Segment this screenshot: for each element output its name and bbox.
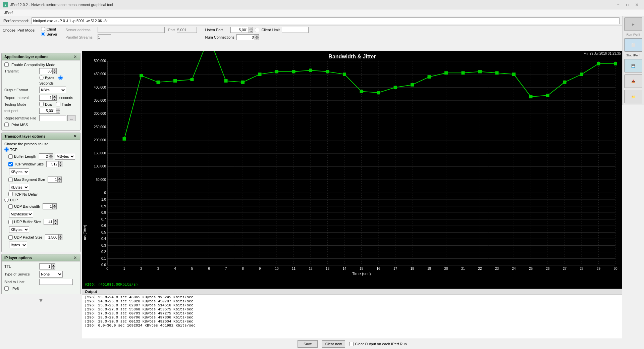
close-button[interactable]: ✕ bbox=[633, 1, 641, 8]
tcp-window-down[interactable]: ▼ bbox=[58, 164, 62, 167]
buffer-length-checkbox[interactable] bbox=[8, 154, 13, 159]
max-segment-up[interactable]: ▲ bbox=[58, 177, 62, 180]
test-port-down[interactable]: ▼ bbox=[56, 111, 60, 114]
tcp-window-unit[interactable]: KBytes bbox=[9, 168, 29, 175]
bytes-radio[interactable] bbox=[39, 76, 44, 80]
save-output-button[interactable]: Save bbox=[298, 340, 318, 348]
listen-port-spinner[interactable]: ▲ ▼ bbox=[249, 27, 253, 33]
buffer-length-input[interactable] bbox=[39, 153, 49, 159]
udp-radio[interactable] bbox=[4, 198, 9, 202]
num-connections-down[interactable]: ▼ bbox=[255, 37, 259, 40]
stop-button[interactable]: ⬜ bbox=[624, 38, 642, 52]
save-toolbar-button[interactable]: 💾 bbox=[624, 59, 642, 72]
transport-layer-body: Choose the protocol to use TCP Buffer Le… bbox=[2, 140, 80, 252]
clear-now-button[interactable]: Clear now bbox=[322, 340, 345, 348]
num-connections-up[interactable]: ▲ bbox=[255, 34, 259, 37]
output-text[interactable]: [296] 23.0-24.0 sec 46065 KBytes 395295 … bbox=[82, 295, 622, 339]
representative-file-input[interactable] bbox=[39, 115, 66, 121]
app-layer-body: Enable Compatibility Mode Transmit ▲▼ By… bbox=[2, 60, 80, 130]
parallel-streams-input[interactable] bbox=[98, 34, 111, 40]
report-interval-down[interactable]: ▼ bbox=[53, 98, 57, 101]
transmit-up[interactable]: ▲ bbox=[53, 68, 57, 71]
enable-compat-checkbox[interactable] bbox=[4, 62, 9, 67]
udp-packet-down[interactable]: ▼ bbox=[58, 237, 62, 240]
import-button[interactable]: 📁 bbox=[624, 90, 642, 103]
report-interval-up[interactable]: ▲ bbox=[53, 95, 57, 98]
testing-mode-label: Testing Mode bbox=[4, 102, 38, 106]
buffer-length-up[interactable]: ▲ bbox=[49, 153, 53, 156]
export-button[interactable]: 📤 bbox=[624, 74, 642, 88]
tcp-window-checkbox[interactable] bbox=[8, 162, 13, 166]
trade-checkbox[interactable] bbox=[56, 102, 60, 106]
udp-buffer-input[interactable] bbox=[44, 219, 54, 225]
ttl-input[interactable] bbox=[39, 263, 51, 269]
ip-layer-collapse[interactable]: ✕ bbox=[73, 255, 77, 260]
clear-each-run-checkbox[interactable] bbox=[349, 342, 354, 346]
ttl-up[interactable]: ▲ bbox=[51, 263, 55, 266]
udp-packet-input[interactable] bbox=[45, 234, 58, 240]
maximize-button[interactable]: □ bbox=[623, 1, 632, 8]
listen-port-up[interactable]: ▲ bbox=[249, 27, 253, 30]
iperf-command-input[interactable] bbox=[32, 17, 620, 24]
client-limit-input[interactable] bbox=[282, 27, 309, 33]
tcp-nodelay-checkbox[interactable] bbox=[8, 192, 13, 196]
tcp-window-input[interactable] bbox=[46, 161, 58, 167]
seconds-radio[interactable] bbox=[58, 76, 63, 80]
udp-bandwidth-up[interactable]: ▲ bbox=[53, 203, 57, 206]
browse-button[interactable]: ... bbox=[67, 115, 75, 121]
ip-layer-header[interactable]: IP layer options ✕ bbox=[2, 254, 80, 261]
minimize-button[interactable]: − bbox=[614, 1, 623, 8]
udp-packet-up[interactable]: ▲ bbox=[58, 234, 62, 237]
status-bar: #296: (461982.00Kbits/s) bbox=[82, 282, 622, 289]
max-segment-unit[interactable]: KBytes bbox=[9, 184, 29, 191]
buffer-length-unit[interactable]: MBytes bbox=[55, 153, 75, 160]
udp-bandwidth-input[interactable] bbox=[43, 203, 53, 209]
print-mss-checkbox[interactable] bbox=[4, 122, 9, 127]
transmit-down[interactable]: ▼ bbox=[53, 71, 57, 74]
num-connections-label: Num Connections bbox=[205, 35, 234, 39]
timestamp: Fri, 29 Jul 2016 01:23:35 bbox=[584, 52, 621, 55]
server-radio[interactable] bbox=[41, 32, 45, 36]
udp-buffer-up[interactable]: ▲ bbox=[54, 219, 58, 222]
ipv6-checkbox[interactable] bbox=[4, 286, 9, 291]
titlebar: J JPerf 2.0.2 - Network performance meas… bbox=[0, 0, 644, 9]
listen-port-down[interactable]: ▼ bbox=[249, 30, 253, 33]
ttl-down[interactable]: ▼ bbox=[51, 266, 55, 269]
max-segment-down[interactable]: ▼ bbox=[58, 180, 62, 183]
udp-bandwidth-down[interactable]: ▼ bbox=[53, 206, 57, 209]
server-address-input[interactable] bbox=[98, 27, 165, 33]
udp-bandwidth-unit[interactable]: MBytes/sec bbox=[9, 211, 33, 217]
transport-layer-header[interactable]: Transport layer options ✕ bbox=[2, 133, 80, 140]
listen-port-input[interactable] bbox=[230, 27, 249, 33]
num-connections-spinner[interactable]: ▲ ▼ bbox=[255, 34, 259, 40]
udp-packet-checkbox[interactable] bbox=[8, 235, 13, 240]
udp-buffer-unit[interactable]: KBytes bbox=[9, 226, 29, 233]
max-segment-checkbox[interactable] bbox=[8, 178, 13, 182]
app-layer-header[interactable]: Application layer options ✕ bbox=[2, 53, 80, 60]
buffer-length-down[interactable]: ▼ bbox=[49, 156, 53, 159]
bind-host-input[interactable] bbox=[39, 279, 73, 285]
transmit-input[interactable] bbox=[39, 68, 53, 74]
app-layer-collapse[interactable]: ✕ bbox=[73, 54, 77, 59]
udp-bandwidth-checkbox[interactable] bbox=[8, 204, 13, 209]
dual-checkbox[interactable] bbox=[39, 102, 44, 106]
menu-jperf[interactable]: JPerf bbox=[1, 11, 15, 15]
num-connections-input[interactable] bbox=[236, 34, 255, 40]
tcp-radio[interactable] bbox=[4, 147, 9, 152]
udp-buffer-checkbox[interactable] bbox=[8, 220, 13, 224]
client-limit-checkbox[interactable] bbox=[255, 28, 259, 32]
port-input[interactable] bbox=[177, 27, 197, 33]
max-segment-input[interactable] bbox=[48, 177, 58, 183]
test-port-input[interactable] bbox=[39, 108, 56, 114]
test-port-up[interactable]: ▲ bbox=[56, 108, 60, 111]
report-interval-input[interactable] bbox=[39, 95, 53, 101]
tcp-window-up[interactable]: ▲ bbox=[58, 161, 62, 164]
output-format-select[interactable]: KBits bbox=[39, 87, 66, 93]
udp-packet-unit[interactable]: Bytes bbox=[9, 242, 27, 248]
udp-bandwidth-label: UDP Bandwidth bbox=[14, 204, 40, 208]
client-radio[interactable] bbox=[41, 27, 45, 31]
transport-layer-collapse[interactable]: ✕ bbox=[73, 134, 77, 139]
udp-buffer-down[interactable]: ▼ bbox=[54, 222, 58, 225]
run-button[interactable]: ▶ bbox=[624, 17, 642, 31]
tos-select[interactable]: None bbox=[39, 271, 63, 278]
